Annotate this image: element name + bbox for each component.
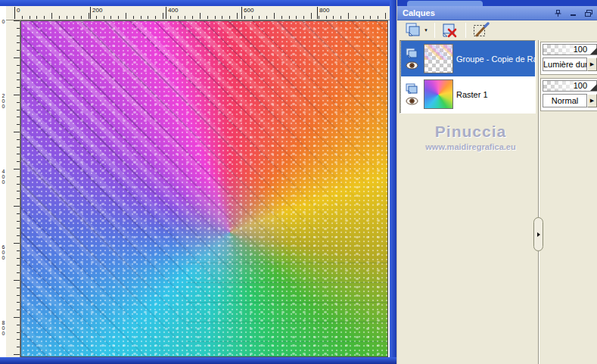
blend-mode-dropdown-arrow-icon[interactable]: ▶ (587, 58, 597, 71)
thumbnail-art (424, 45, 452, 60)
image-window: 0 200 400 600 800 0 200 400 600 800 (0, 0, 396, 364)
new-layer-dropdown-arrow[interactable]: ▼ (424, 28, 428, 33)
layers-palette: Calques (396, 0, 597, 364)
layer-controls-groupe: 100 Lumière dure ▶ (540, 42, 597, 75)
vertical-ruler-labels: 0 200 400 600 800 (0, 20, 6, 357)
h-ruler-label: 600 (241, 7, 253, 19)
new-layer-icon (405, 23, 422, 38)
layer-name[interactable]: Raster 1 (456, 90, 488, 99)
delete-layer-button[interactable] (440, 22, 461, 39)
h-ruler-label: 800 (317, 7, 329, 19)
canvas-scanline-artifacts (186, 263, 387, 356)
opacity-slider[interactable]: 100 (543, 44, 597, 55)
v-ruler-label: 200 (1, 93, 6, 109)
h-ruler-label: 200 (90, 7, 102, 19)
vertical-ruler (6, 20, 20, 357)
edit-selection-icon (472, 22, 491, 39)
v-ruler-label: 600 (1, 244, 6, 260)
palette-top-tab (407, 1, 483, 6)
layer-row-raster1[interactable]: Raster 1 (401, 76, 536, 112)
watermark-url: www.maidiregrafica.eu (403, 142, 538, 151)
blend-mode-field[interactable]: Normal (543, 94, 587, 107)
blend-mode-dropdown-arrow-icon[interactable]: ▶ (587, 94, 597, 107)
splitter-collapse-handle[interactable] (533, 217, 543, 251)
minimize-icon[interactable] (568, 8, 578, 18)
window-frame-right (390, 0, 396, 364)
window-frame-bottom (0, 357, 396, 364)
layer-type-icon (406, 83, 419, 95)
image-canvas[interactable] (20, 20, 388, 357)
opacity-slider-handle[interactable] (590, 83, 597, 91)
pin-icon[interactable] (553, 8, 563, 18)
window-frame-top (0, 0, 396, 6)
layer-list: Groupe - Copie de Raste (400, 40, 536, 114)
toolbar-separator (434, 23, 435, 38)
h-ruler-label: 0 (14, 7, 20, 19)
ruler-major-ticks (14, 13, 390, 19)
h-ruler-label: 400 (166, 7, 178, 19)
layer-thumbnail[interactable] (424, 44, 453, 73)
palette-title: Calques (397, 8, 435, 17)
layer-name[interactable]: Groupe - Copie de Raste (456, 54, 536, 64)
edit-selection-button[interactable] (471, 21, 493, 39)
palette-titlebar[interactable]: Calques (397, 6, 597, 20)
watermark-name: Pinuccia (403, 123, 538, 141)
v-ruler-label: 400 (1, 169, 6, 185)
app-screenshot: 0 200 400 600 800 0 200 400 600 800 (0, 0, 597, 364)
chevron-right-icon (537, 232, 540, 237)
layer-thumbnail[interactable] (424, 79, 453, 109)
watermark: Pinuccia www.maidiregrafica.eu (403, 123, 538, 151)
v-ruler-label: 800 (1, 320, 6, 336)
opacity-value: 100 (574, 81, 587, 90)
horizontal-ruler: 0 200 400 600 800 (6, 6, 390, 20)
v-ruler-label: 0 (1, 19, 6, 24)
opacity-slider-handle[interactable] (590, 47, 597, 54)
opacity-slider[interactable]: 100 (543, 80, 597, 92)
new-layer-button[interactable]: ▼ (403, 22, 430, 39)
visibility-eye-icon[interactable] (406, 97, 418, 105)
palette-splitter[interactable] (538, 40, 539, 364)
layers-toolbar: ▼ (397, 20, 597, 40)
layer-row-groupe[interactable]: Groupe - Copie de Raste (401, 41, 536, 76)
palette-top-strip (397, 0, 597, 6)
blend-mode-field[interactable]: Lumière dure (543, 58, 587, 71)
layer-type-icon (406, 48, 419, 59)
float-icon[interactable] (583, 8, 593, 18)
delete-layer-icon (441, 23, 459, 39)
opacity-value: 100 (574, 45, 587, 54)
visibility-eye-icon[interactable] (406, 61, 418, 70)
layer-controls-raster1: 100 Normal ▶ (540, 78, 597, 111)
toolbar-separator (465, 23, 466, 38)
ruler-major-ticks (14, 20, 20, 357)
